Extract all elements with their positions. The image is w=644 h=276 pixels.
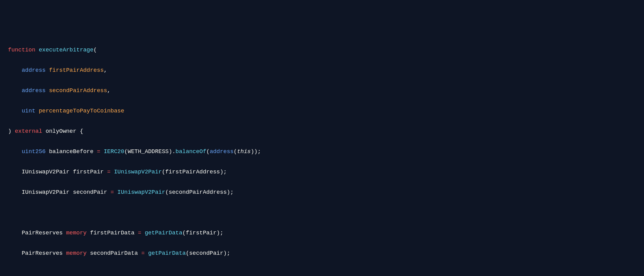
keyword-memory: memory bbox=[66, 230, 87, 236]
paren: ( bbox=[182, 230, 186, 236]
keyword-address: address bbox=[22, 67, 46, 74]
code-line-4: uint percentageToPayToCoinbase bbox=[0, 106, 644, 116]
close: ); bbox=[216, 230, 223, 236]
var-firstPair: firstPair bbox=[73, 169, 104, 175]
ctor-IUniswapV2Pair: IUniswapV2Pair bbox=[117, 189, 165, 196]
keyword-address: address bbox=[210, 148, 234, 155]
paren: ( bbox=[165, 189, 169, 196]
paren-dot: ). bbox=[169, 148, 175, 155]
code-line-7: IUniswapV2Pair firstPair = IUniswapV2Pai… bbox=[0, 167, 644, 177]
close: ); bbox=[220, 169, 227, 175]
paren: ( bbox=[162, 169, 165, 175]
keyword-uint256: uint256 bbox=[22, 148, 46, 155]
var-secondPair: secondPair bbox=[73, 189, 107, 196]
code-line-2: address firstPairAddress, bbox=[0, 65, 644, 75]
modifier-onlyOwner: onlyOwner bbox=[46, 128, 76, 135]
paren: ( bbox=[234, 148, 237, 155]
arg-secondPair: secondPair bbox=[189, 250, 223, 257]
param-percentageToPayToCoinbase: percentageToPayToCoinbase bbox=[39, 108, 124, 114]
code-line-11: PairReserves memory secondPairData = get… bbox=[0, 248, 644, 258]
const-WETH_ADDRESS: WETH_ADDRESS bbox=[128, 148, 169, 155]
paren: ( bbox=[206, 148, 210, 155]
param-secondPairAddress: secondPairAddress bbox=[49, 87, 107, 94]
keyword-function: function bbox=[8, 47, 35, 53]
call-balanceOf: balanceOf bbox=[175, 148, 206, 155]
keyword-memory: memory bbox=[66, 250, 87, 257]
keyword-address: address bbox=[22, 87, 46, 94]
op-eq: = bbox=[97, 148, 100, 155]
function-name: executeArbitrage bbox=[39, 47, 94, 53]
blank-line bbox=[0, 208, 644, 218]
ctor-IUniswapV2Pair: IUniswapV2Pair bbox=[114, 169, 162, 175]
code-line-3: address secondPairAddress, bbox=[0, 86, 644, 96]
blank-line bbox=[0, 269, 644, 276]
op-eq: = bbox=[141, 250, 145, 257]
var-secondPairData: secondPairData bbox=[90, 250, 138, 257]
code-line-5: ) external onlyOwner { bbox=[0, 126, 644, 136]
op-eq: = bbox=[111, 189, 114, 196]
code-line-6: uint256 balanceBefore = IERC20(WETH_ADDR… bbox=[0, 147, 644, 157]
type-PairReserves: PairReserves bbox=[22, 230, 62, 236]
paren: ( bbox=[186, 250, 189, 257]
comma: , bbox=[104, 67, 107, 74]
type-IUniswapV2Pair: IUniswapV2Pair bbox=[22, 169, 69, 175]
close: ); bbox=[223, 250, 230, 257]
close: ); bbox=[227, 189, 234, 196]
code-line-10: PairReserves memory firstPairData = getP… bbox=[0, 228, 644, 238]
keyword-uint: uint bbox=[22, 108, 35, 114]
arg-firstPairAddress: firstPairAddress bbox=[165, 169, 220, 175]
param-firstPairAddress: firstPairAddress bbox=[49, 67, 104, 74]
var-firstPairData: firstPairData bbox=[90, 230, 135, 236]
type-PairReserves: PairReserves bbox=[22, 250, 62, 257]
type-IUniswapV2Pair: IUniswapV2Pair bbox=[22, 189, 69, 196]
call-getPairData: getPairData bbox=[148, 250, 186, 257]
arg-firstPair: firstPair bbox=[186, 230, 216, 236]
keyword-this: this bbox=[237, 148, 251, 155]
brace-open: { bbox=[80, 128, 83, 135]
op-eq: = bbox=[107, 169, 111, 175]
code-line-8: IUniswapV2Pair secondPair = IUniswapV2Pa… bbox=[0, 187, 644, 197]
paren-open: ( bbox=[94, 47, 97, 53]
keyword-external: external bbox=[15, 128, 42, 135]
call-getPairData: getPairData bbox=[145, 230, 182, 236]
type-IERC20: IERC20 bbox=[104, 148, 124, 155]
paren-close: ) bbox=[8, 128, 11, 135]
var-balanceBefore: balanceBefore bbox=[49, 148, 93, 155]
paren: ( bbox=[124, 148, 128, 155]
op-eq: = bbox=[138, 230, 141, 236]
comma: , bbox=[107, 87, 111, 94]
close-parens: )); bbox=[251, 148, 261, 155]
code-line-1: function executeArbitrage( bbox=[0, 45, 644, 55]
arg-secondPairAddress: secondPairAddress bbox=[169, 189, 227, 196]
